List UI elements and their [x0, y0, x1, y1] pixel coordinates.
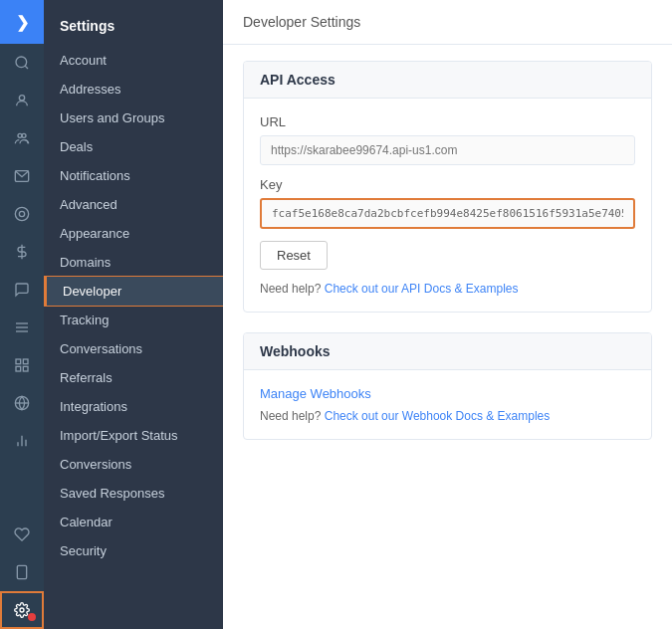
- sidebar-item-security[interactable]: Security: [44, 536, 223, 565]
- people-icon[interactable]: [0, 119, 44, 157]
- svg-point-4: [22, 133, 26, 137]
- api-access-section: API Access URL Key Reset Need help? Chec…: [243, 61, 652, 313]
- svg-point-6: [15, 207, 28, 220]
- sidebar-item-saved-responses[interactable]: Saved Responses: [44, 479, 223, 508]
- api-key-input[interactable]: [260, 198, 635, 229]
- url-label: URL: [260, 114, 635, 129]
- sidebar-item-addresses[interactable]: Addresses: [44, 75, 223, 104]
- sidebar-item-import-export[interactable]: Import/Export Status: [44, 421, 223, 450]
- globe-icon[interactable]: [0, 384, 44, 422]
- sidebar-item-referrals[interactable]: Referrals: [44, 363, 223, 392]
- sidebar-item-conversations[interactable]: Conversations: [44, 334, 223, 363]
- manage-webhooks-link[interactable]: Manage Webhooks: [260, 386, 635, 401]
- svg-line-1: [25, 66, 28, 69]
- svg-point-0: [16, 57, 27, 68]
- search-icon[interactable]: [0, 44, 44, 82]
- svg-rect-21: [17, 565, 26, 578]
- settings-icon[interactable]: [0, 591, 44, 629]
- sidebar-item-tracking[interactable]: Tracking: [44, 306, 223, 334]
- svg-point-2: [19, 96, 24, 101]
- target-icon[interactable]: [0, 195, 44, 233]
- device-icon[interactable]: [0, 553, 44, 591]
- webhook-docs-link[interactable]: Check out our Webhook Docs & Examples: [325, 409, 551, 423]
- svg-rect-15: [23, 366, 28, 371]
- api-help-text: Need help? Check out our API Docs & Exam…: [260, 282, 635, 296]
- sidebar-item-domains[interactable]: Domains: [44, 248, 223, 277]
- main-body: API Access URL Key Reset Need help? Chec…: [223, 45, 672, 476]
- api-access-body: URL Key Reset Need help? Check out our A…: [244, 99, 651, 312]
- settings-sidebar: Settings Account Addresses Users and Gro…: [44, 0, 223, 629]
- heart-icon[interactable]: [0, 516, 44, 553]
- main-content: Developer Settings API Access URL Key Re…: [223, 0, 672, 629]
- chat-icon[interactable]: [0, 271, 44, 309]
- dollar-icon[interactable]: [0, 233, 44, 271]
- reset-button[interactable]: Reset: [260, 241, 328, 270]
- webhooks-header: Webhooks: [244, 333, 651, 370]
- svg-rect-12: [16, 359, 21, 364]
- grid-icon[interactable]: [0, 346, 44, 384]
- sidebar-item-account[interactable]: Account: [44, 46, 223, 75]
- mail-icon[interactable]: [0, 157, 44, 195]
- sidebar-item-appearance[interactable]: Appearance: [44, 219, 223, 248]
- svg-rect-14: [16, 366, 21, 371]
- svg-point-23: [20, 608, 24, 612]
- key-label: Key: [260, 177, 635, 192]
- sidebar-title: Settings: [44, 8, 223, 46]
- sidebar-item-conversions[interactable]: Conversions: [44, 450, 223, 479]
- list-icon[interactable]: [0, 309, 44, 346]
- page-title: Developer Settings: [223, 0, 672, 45]
- person-outline-icon[interactable]: [0, 82, 44, 119]
- svg-point-7: [19, 211, 24, 216]
- sidebar-item-developer[interactable]: Developer: [44, 277, 223, 306]
- url-input[interactable]: [260, 135, 635, 165]
- chart-icon[interactable]: [0, 422, 44, 460]
- icon-rail: ❯: [0, 0, 44, 629]
- sidebar-item-advanced[interactable]: Advanced: [44, 190, 223, 219]
- api-docs-link[interactable]: Check out our API Docs & Examples: [325, 282, 519, 296]
- sidebar-item-notifications[interactable]: Notifications: [44, 161, 223, 190]
- sidebar-item-deals[interactable]: Deals: [44, 132, 223, 161]
- notification-badge: [28, 613, 36, 621]
- webhooks-section: Webhooks Manage Webhooks Need help? Chec…: [243, 332, 652, 440]
- svg-rect-13: [23, 359, 28, 364]
- sidebar-item-integrations[interactable]: Integrations: [44, 392, 223, 421]
- webhook-help-text: Need help? Check out our Webhook Docs & …: [260, 409, 635, 423]
- sidebar-item-calendar[interactable]: Calendar: [44, 508, 223, 536]
- webhooks-body: Manage Webhooks Need help? Check out our…: [244, 370, 651, 439]
- api-access-header: API Access: [244, 62, 651, 99]
- rail-top-logo[interactable]: ❯: [0, 0, 44, 44]
- sidebar-item-users-groups[interactable]: Users and Groups: [44, 104, 223, 132]
